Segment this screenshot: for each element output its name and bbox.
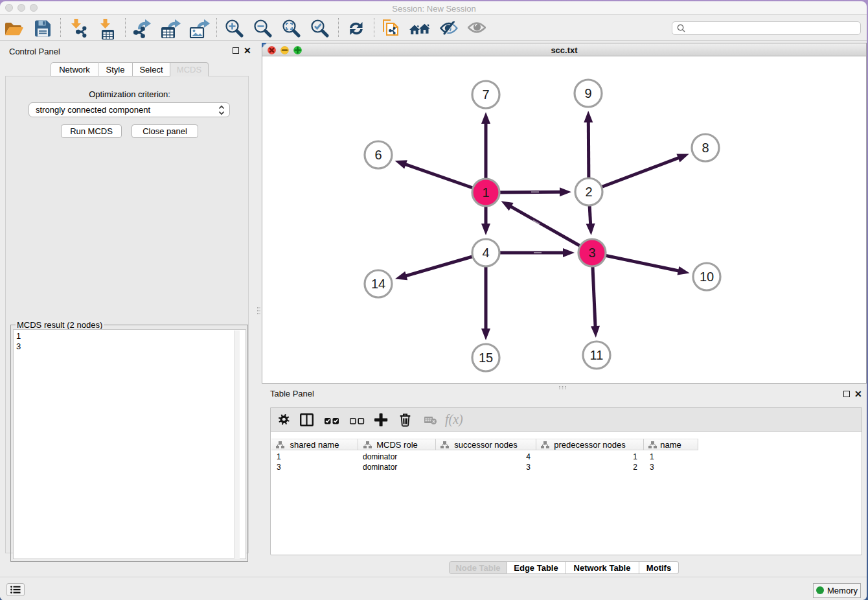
svg-text:7: 7 — [482, 87, 489, 102]
svg-text:15: 15 — [479, 351, 493, 365]
svg-text:3: 3 — [588, 246, 595, 260]
svg-text:14: 14 — [371, 277, 385, 291]
svg-text:9: 9 — [584, 86, 591, 100]
svg-text:4: 4 — [482, 246, 489, 260]
svg-text:11: 11 — [590, 348, 604, 362]
svg-text:10: 10 — [700, 270, 714, 284]
svg-text:2: 2 — [585, 185, 592, 199]
svg-text:1: 1 — [482, 185, 489, 200]
svg-text:6: 6 — [374, 148, 382, 162]
svg-text:8: 8 — [702, 141, 709, 155]
